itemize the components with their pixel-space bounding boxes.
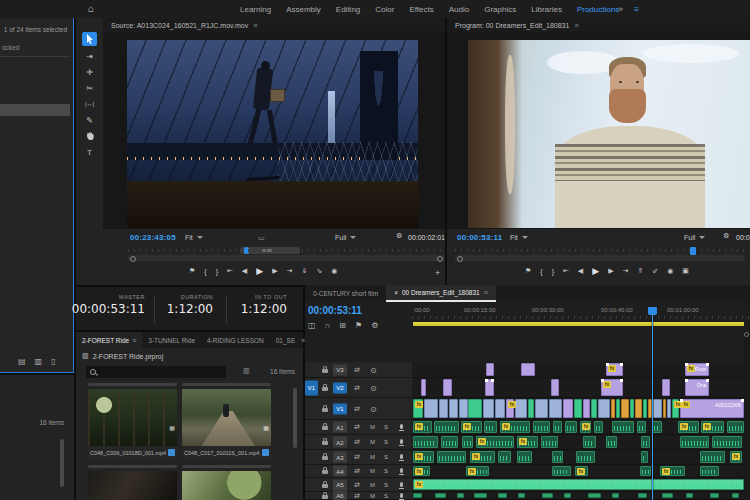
new-item-icon[interactable]: ▤ [18, 357, 26, 366]
fx-badge[interactable]: fx [582, 423, 590, 430]
lock-icon[interactable] [322, 495, 328, 499]
play-icon[interactable]: ▶ [592, 266, 599, 276]
fx-badge[interactable]: fx [415, 453, 423, 460]
timeline-clip[interactable] [443, 379, 452, 396]
mute-button[interactable]: M [370, 468, 375, 474]
goto-out-icon[interactable]: ⇥ [287, 267, 293, 275]
timeline-clip[interactable] [652, 421, 662, 433]
timeline-clip[interactable]: fx [606, 363, 623, 376]
solo-button[interactable]: S [384, 424, 388, 430]
source-monitor-tab[interactable]: Source: A013C024_160521_R1JC.mov.mov ≡ [103, 18, 445, 32]
secondary-bin-panel[interactable]: 16 items [0, 375, 74, 500]
track-lane-a3[interactable]: fxfxfx [413, 450, 744, 465]
clip-thumbnail[interactable] [88, 471, 177, 500]
close-icon[interactable]: × [394, 289, 398, 296]
sync-lock-icon[interactable]: ⇄ [354, 384, 360, 392]
mic-icon[interactable] [400, 468, 403, 473]
timeline-clip[interactable] [434, 421, 459, 433]
timeline-clip[interactable]: fx [517, 436, 538, 448]
timeline-clip[interactable] [686, 493, 693, 498]
timeline-clip[interactable] [637, 421, 646, 433]
workspace-tab-effects[interactable]: Effects [409, 5, 433, 14]
play-icon[interactable]: ▶ [256, 266, 263, 276]
track-target-v2[interactable]: V2 [333, 382, 347, 393]
timeline-clip[interactable] [712, 436, 742, 448]
mic-icon[interactable] [400, 424, 403, 429]
timeline-clip[interactable]: Ora [685, 379, 709, 396]
track-header-v3[interactable]: V3 ⇄ ⊙ [305, 362, 412, 378]
timeline-clip[interactable] [441, 436, 458, 448]
fx-badge[interactable]: fx [603, 381, 611, 388]
panel-menu-icon[interactable]: ≡ [253, 22, 257, 29]
timeline-clip[interactable] [635, 399, 642, 418]
mute-button[interactable]: M [370, 493, 375, 499]
timeline-clip[interactable] [462, 436, 473, 448]
fx-badge[interactable]: fx [502, 423, 510, 430]
timeline-clip[interactable] [535, 399, 548, 418]
track-header-a1[interactable]: A1 ⇄ M S [305, 420, 412, 435]
step-back-icon[interactable]: ◀ [242, 267, 247, 275]
lock-icon[interactable] [322, 387, 328, 391]
timeline-clip[interactable] [710, 493, 719, 498]
timeline-clip[interactable] [621, 399, 629, 418]
selected-bin-row[interactable] [0, 104, 70, 116]
step-back-icon[interactable]: ◀ [578, 267, 583, 275]
track-output-eye-icon[interactable]: ⊙ [370, 404, 377, 413]
track-target-a3[interactable]: A3 [333, 452, 347, 463]
timeline-clip[interactable] [640, 466, 651, 476]
fx-badge[interactable]: fx [468, 468, 476, 475]
bins-panel[interactable]: 1 of 24 items selected ocked ▤ ▥ ▯ [0, 18, 74, 373]
mic-icon[interactable] [400, 439, 403, 444]
snap-magnet-icon[interactable]: ∩ [325, 321, 331, 330]
timeline-clip[interactable]: fx [701, 421, 724, 433]
program-timecode[interactable]: 00:00:53:11 [457, 233, 502, 242]
fx-badge[interactable]: fx [682, 401, 690, 408]
track-header-a5[interactable]: A5 ⇄ M S [305, 478, 412, 492]
fx-badge[interactable]: fx [608, 365, 616, 372]
timeline-clip[interactable] [468, 399, 482, 418]
workspace-tab-graphics[interactable]: Graphics [484, 5, 516, 14]
track-output-eye-icon[interactable]: ⊙ [370, 383, 377, 392]
timeline-clip[interactable] [583, 436, 596, 448]
timeline-clip[interactable] [437, 451, 466, 463]
mic-icon[interactable] [400, 482, 403, 487]
fx-badge[interactable]: fx [703, 423, 711, 430]
timeline-clip[interactable] [459, 399, 468, 418]
solo-button[interactable]: S [384, 493, 388, 499]
timeline-clip[interactable] [533, 421, 550, 433]
clip-thumbnail[interactable]: ▦ C048_C009_01018D_001.mp4 [88, 389, 177, 459]
timeline-clip[interactable]: fxA001C006 [680, 399, 744, 418]
workspace-tab-assembly[interactable]: Assembly [286, 5, 321, 14]
add-marker-icon[interactable]: ⚑ [189, 267, 195, 275]
timeline-clip[interactable] [424, 399, 438, 418]
track-target-a4[interactable]: A4 [333, 466, 347, 477]
timeline-scrollbar[interactable] [744, 330, 750, 500]
timeline-clip[interactable] [528, 399, 534, 418]
master-value[interactable]: 00:00:53:11 [72, 302, 145, 316]
mark-in-icon[interactable]: { [540, 268, 542, 275]
fx-badge[interactable]: fx [687, 365, 695, 372]
sync-lock-icon[interactable]: ⇄ [354, 366, 360, 374]
mark-in-icon[interactable]: { [204, 268, 206, 275]
workspace-tab-learning[interactable]: Learning [240, 5, 271, 14]
fx-badge[interactable]: fx [519, 438, 527, 445]
timeline-clip[interactable]: fx [466, 466, 489, 476]
timeline-clip[interactable]: fx [500, 421, 530, 433]
timeline-clip[interactable] [598, 399, 610, 418]
workspace-tab-color[interactable]: Color [375, 5, 394, 14]
track-header-a6[interactable]: A6 ⇄ M S [305, 492, 412, 500]
home-icon[interactable]: ⌂ [88, 3, 94, 14]
panel-menu-icon[interactable]: ≡ [574, 22, 578, 29]
timeline-clip[interactable] [662, 379, 670, 396]
solo-button[interactable]: S [384, 454, 388, 460]
insert-icon[interactable]: ⇓ [301, 267, 307, 275]
lock-icon[interactable] [322, 369, 328, 373]
track-lane-a1[interactable]: fxfxfxfxfxfx [413, 420, 744, 435]
program-monitor-tab[interactable]: Program: 00 Dreamers_Edit_180831 ≡ [447, 18, 750, 32]
mute-button[interactable]: M [370, 439, 375, 445]
timeline-clip[interactable] [612, 421, 634, 433]
timeline-clip[interactable] [591, 399, 597, 418]
track-header-v2[interactable]: V1 V2 ⇄ ⊙ [305, 378, 412, 398]
timeline-clip[interactable]: fx [660, 466, 685, 476]
clip-checkbox[interactable] [168, 449, 175, 456]
